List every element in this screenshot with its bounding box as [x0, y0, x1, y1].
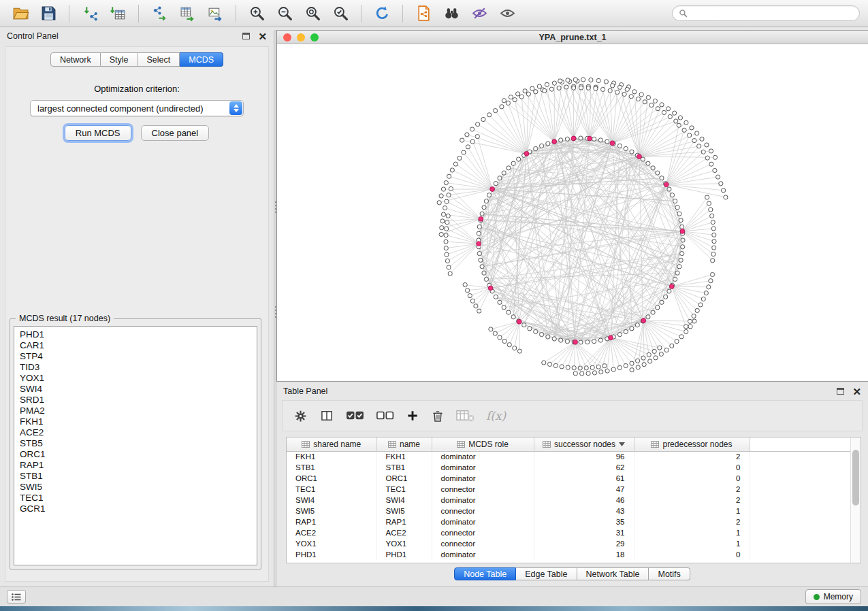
- tab-node-table[interactable]: Node Table: [454, 567, 516, 580]
- table-cell: 1: [634, 506, 750, 516]
- run-mcds-button[interactable]: Run MCDS: [65, 125, 131, 141]
- table-row[interactable]: FKH1FKH1dominator962: [287, 451, 861, 462]
- share-document-button[interactable]: [411, 3, 436, 24]
- tab-motifs[interactable]: Motifs: [649, 567, 690, 580]
- tab-network[interactable]: Network: [50, 52, 101, 67]
- column-header-successor-nodes[interactable]: successor nodes: [534, 437, 634, 451]
- add-column-button[interactable]: [406, 409, 419, 423]
- export-table-button[interactable]: [175, 3, 199, 24]
- table-cell: 1: [634, 538, 750, 549]
- mcds-result-item[interactable]: STB1: [20, 471, 251, 482]
- mcds-result-item[interactable]: STB5: [20, 438, 251, 449]
- table-row[interactable]: TEC1TEC1connector472: [287, 484, 861, 495]
- export-network-button[interactable]: [147, 3, 172, 24]
- close-panel-icon[interactable]: ✕: [258, 31, 267, 42]
- save-session-button[interactable]: [36, 3, 61, 24]
- table-row[interactable]: SWI5SWI5connector431: [287, 506, 861, 516]
- tab-network-table[interactable]: Network Table: [577, 567, 649, 580]
- float-panel-icon[interactable]: [837, 388, 844, 395]
- mcds-result-item[interactable]: SRD1: [20, 395, 251, 406]
- mcds-result-item[interactable]: ORC1: [20, 449, 251, 460]
- status-bar: Memory: [0, 587, 868, 606]
- mcds-result-item[interactable]: FKH1: [20, 416, 251, 427]
- table-cell: connector: [432, 527, 534, 538]
- eye-icon: [499, 5, 516, 22]
- table-row[interactable]: PHD1PHD1dominator180: [287, 549, 861, 560]
- mcds-result-item[interactable]: STP4: [20, 351, 251, 362]
- delete-table-button[interactable]: [456, 409, 475, 423]
- hide-details-button[interactable]: [467, 3, 492, 24]
- show-details-button[interactable]: [495, 3, 519, 24]
- table-settings-button[interactable]: [293, 409, 308, 423]
- mcds-result-item[interactable]: SWI4: [20, 384, 251, 395]
- task-history-button[interactable]: [7, 590, 26, 604]
- column-menu-icon: [388, 441, 396, 448]
- deselect-all-button[interactable]: [376, 410, 394, 422]
- close-panel-button[interactable]: Close panel: [141, 125, 210, 141]
- float-panel-icon[interactable]: [242, 33, 250, 39]
- table-row[interactable]: ACE2ACE2connector311: [287, 527, 861, 538]
- window-zoom-icon[interactable]: [310, 33, 319, 42]
- search-input[interactable]: [692, 9, 853, 18]
- delete-column-button[interactable]: [431, 409, 445, 423]
- export-image-button[interactable]: [203, 3, 227, 24]
- memory-button[interactable]: Memory: [805, 589, 861, 604]
- mcds-result-item[interactable]: PHD1: [20, 329, 251, 340]
- table-cell: dominator: [432, 516, 534, 527]
- table-row[interactable]: RAP1RAP1dominator352: [287, 516, 861, 527]
- mcds-result-item[interactable]: RAP1: [20, 460, 251, 471]
- table-cell: dominator: [432, 473, 534, 484]
- table-scrollbar[interactable]: [850, 437, 861, 563]
- table-row[interactable]: YOX1YOX1connector291: [287, 538, 861, 549]
- mcds-result-item[interactable]: YOX1: [20, 373, 251, 384]
- control-panel: Control Panel ✕ Network Style Select MCD…: [0, 27, 274, 587]
- network-graph[interactable]: [277, 44, 867, 381]
- deselect-all-icon: [376, 410, 394, 422]
- mcds-result-item[interactable]: ACE2: [20, 427, 251, 438]
- show-columns-button[interactable]: [319, 409, 334, 423]
- mcds-result-item[interactable]: SWI5: [20, 482, 251, 493]
- table-row[interactable]: STB1STB1dominator620: [287, 462, 861, 473]
- export-network-icon: [151, 5, 168, 22]
- column-header-name[interactable]: name: [376, 437, 432, 451]
- table-row[interactable]: SWI4SWI4dominator462: [287, 495, 861, 506]
- window-minimize-icon[interactable]: [297, 33, 305, 42]
- mcds-result-groupbox: MCDS result (17 nodes) PHD1CAR1STP4TID3Y…: [10, 318, 261, 569]
- mcds-result-item[interactable]: TID3: [20, 362, 251, 373]
- control-panel-body: Network Style Select MCDS Optimization c…: [5, 46, 269, 582]
- delete-table-icon: [456, 409, 475, 423]
- mcds-result-list[interactable]: PHD1CAR1STP4TID3YOX1SWI4SRD1PMA2FKH1ACE2…: [14, 326, 257, 565]
- zoom-in-button[interactable]: [244, 3, 269, 24]
- table-row[interactable]: ORC1ORC1dominator610: [287, 473, 861, 484]
- table-cell: STB1: [287, 462, 376, 473]
- tab-mcds[interactable]: MCDS: [180, 52, 223, 67]
- table-cell: TEC1: [376, 484, 432, 495]
- tab-edge-table[interactable]: Edge Table: [516, 567, 577, 580]
- mcds-result-item[interactable]: PMA2: [20, 406, 251, 416]
- zoom-selected-button[interactable]: [328, 3, 353, 24]
- mcds-result-item[interactable]: GCR1: [20, 503, 251, 514]
- mcds-result-item[interactable]: TEC1: [20, 493, 251, 503]
- refresh-layout-button[interactable]: [370, 3, 394, 24]
- tab-select[interactable]: Select: [138, 52, 180, 67]
- open-session-button[interactable]: [8, 3, 33, 24]
- column-header-predecessor-nodes[interactable]: predecessor nodes: [634, 437, 750, 451]
- import-table-button[interactable]: [106, 3, 130, 24]
- column-header-mcds-role[interactable]: MCDS role: [432, 437, 534, 451]
- table-cell: 0: [634, 549, 750, 560]
- criterion-dropdown[interactable]: largest connected component (undirected): [30, 100, 244, 116]
- zoom-out-button[interactable]: [272, 3, 297, 24]
- tab-style[interactable]: Style: [101, 52, 138, 67]
- mcds-result-item[interactable]: CAR1: [20, 340, 251, 351]
- import-network-button[interactable]: [78, 3, 102, 24]
- columns-icon: [319, 409, 334, 423]
- close-panel-icon[interactable]: ✕: [852, 386, 861, 397]
- toolbar-separator: [361, 5, 361, 22]
- window-close-icon[interactable]: [283, 33, 291, 42]
- function-builder-button[interactable]: f(x): [486, 409, 506, 423]
- find-button[interactable]: [439, 3, 464, 24]
- select-all-button[interactable]: [346, 410, 364, 422]
- column-header-shared-name[interactable]: shared name: [287, 437, 376, 451]
- table-scrollbar-thumb[interactable]: [852, 450, 859, 506]
- zoom-fit-button[interactable]: [300, 3, 325, 24]
